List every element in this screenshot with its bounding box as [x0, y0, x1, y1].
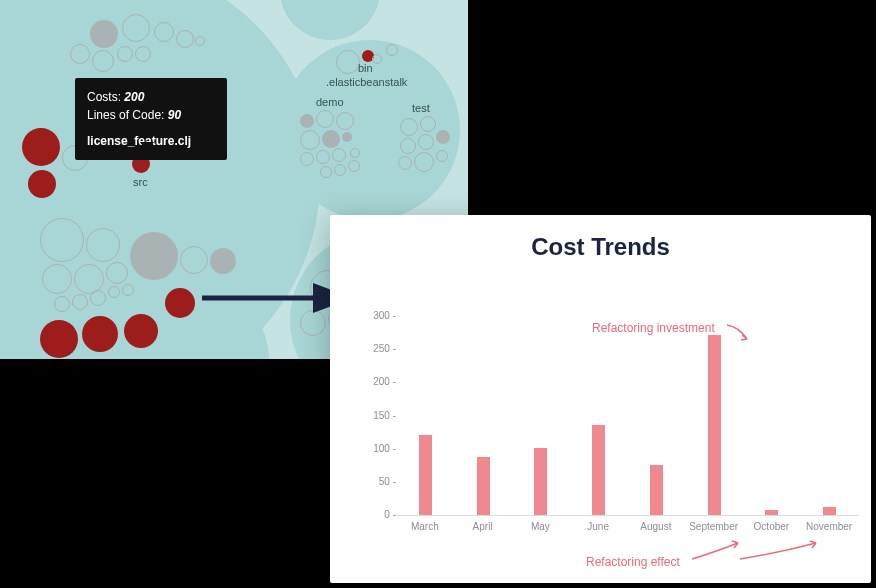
file-circle[interactable]	[414, 152, 434, 172]
file-circle[interactable]	[40, 218, 84, 262]
x-tick: April	[453, 521, 513, 532]
file-circle[interactable]	[108, 286, 120, 298]
file-circle[interactable]	[72, 294, 88, 310]
file-circle[interactable]	[300, 130, 320, 150]
file-circle[interactable]	[336, 112, 354, 130]
hotspot-file-circle[interactable]	[165, 288, 195, 318]
tooltip-loc-val: 90	[168, 108, 181, 122]
tooltip-costs-key: Costs:	[87, 90, 121, 104]
file-circle[interactable]	[106, 262, 128, 284]
x-tick: June	[568, 521, 628, 532]
file-circle[interactable]	[322, 130, 340, 148]
file-circle[interactable]	[300, 152, 314, 166]
file-circle[interactable]	[400, 138, 416, 154]
file-circle[interactable]	[334, 164, 346, 176]
y-tick: 100	[373, 443, 396, 454]
baseline	[396, 515, 858, 516]
annotation-effect: Refactoring effect	[586, 555, 680, 569]
y-tick: 300	[373, 310, 396, 321]
hotspot-file-circle[interactable]	[40, 320, 78, 358]
file-circle[interactable]	[42, 264, 72, 294]
cost-trends-card: Cost Trends Refactoring investment 0 50 …	[330, 215, 871, 583]
file-circle[interactable]	[122, 284, 134, 296]
x-tick: August	[626, 521, 686, 532]
folder-circle-bin[interactable]	[280, 0, 380, 40]
file-circle[interactable]	[90, 20, 118, 48]
file-circle[interactable]	[418, 134, 434, 150]
y-tick: 0	[384, 509, 396, 520]
bar[interactable]	[650, 465, 663, 515]
bar[interactable]	[592, 425, 605, 515]
file-circle[interactable]	[436, 150, 448, 162]
file-circle[interactable]	[316, 110, 334, 128]
tooltip-loc-key: Lines of Code:	[87, 108, 164, 122]
bar[interactable]	[534, 448, 547, 515]
file-circle[interactable]	[195, 36, 205, 46]
file-circle[interactable]	[320, 166, 332, 178]
x-tick: November	[799, 521, 859, 532]
file-circle[interactable]	[372, 54, 382, 64]
file-circle[interactable]	[86, 228, 120, 262]
file-circle[interactable]	[130, 232, 178, 280]
hotspot-file-circle[interactable]	[82, 316, 118, 352]
folder-label-bin: bin	[358, 62, 373, 74]
file-circle[interactable]	[400, 118, 418, 136]
file-circle[interactable]	[122, 14, 150, 42]
file-circle[interactable]	[154, 22, 174, 42]
bar-chart[interactable]: 0 50 100 150 200 250 300 MarchAprilMayJu…	[362, 315, 858, 543]
file-circle[interactable]	[117, 46, 133, 62]
hotspot-file-circle[interactable]	[124, 314, 158, 348]
file-circle[interactable]	[54, 296, 70, 312]
y-tick: 200	[373, 376, 396, 387]
y-tick: 150	[373, 410, 396, 421]
y-tick: 250	[373, 343, 396, 354]
tooltip-tail-icon	[140, 142, 154, 152]
chart-title: Cost Trends	[330, 233, 871, 261]
file-circle[interactable]	[135, 46, 151, 62]
file-circle[interactable]	[398, 156, 412, 170]
file-circle[interactable]	[316, 150, 330, 164]
bar[interactable]	[823, 507, 836, 515]
bar[interactable]	[708, 335, 721, 515]
tooltip-costs-val: 200	[124, 90, 144, 104]
file-circle[interactable]	[436, 130, 450, 144]
file-circle[interactable]	[348, 160, 360, 172]
bar[interactable]	[765, 510, 778, 515]
x-tick: March	[395, 521, 455, 532]
file-circle[interactable]	[336, 50, 360, 74]
x-tick: October	[741, 521, 801, 532]
folder-label-test: test	[412, 102, 430, 114]
hotspot-file-circle[interactable]	[22, 128, 60, 166]
file-circle[interactable]	[92, 50, 114, 72]
hotspot-file-circle[interactable]	[28, 170, 56, 198]
file-circle[interactable]	[332, 148, 346, 162]
y-tick: 50	[379, 476, 396, 487]
bar[interactable]	[477, 457, 490, 515]
file-circle[interactable]	[90, 290, 106, 306]
folder-label-src: src	[133, 176, 148, 188]
file-circle[interactable]	[180, 246, 208, 274]
file-circle[interactable]	[300, 310, 326, 336]
file-circle[interactable]	[176, 30, 194, 48]
folder-label-demo: demo	[316, 96, 344, 108]
file-circle[interactable]	[386, 44, 398, 56]
file-circle[interactable]	[342, 132, 352, 142]
y-axis: 0 50 100 150 200 250 300	[362, 315, 396, 515]
file-circle[interactable]	[350, 148, 360, 158]
folder-label-elasticbeanstalk: .elasticbeanstalk	[326, 76, 407, 88]
annotation-arrow-icon	[738, 539, 828, 563]
file-circle[interactable]	[420, 116, 436, 132]
file-circle[interactable]	[210, 248, 236, 274]
file-circle[interactable]	[300, 114, 314, 128]
bars	[396, 315, 858, 515]
bar[interactable]	[419, 435, 432, 515]
x-tick: September	[684, 521, 744, 532]
x-tick: May	[510, 521, 570, 532]
file-circle[interactable]	[70, 44, 90, 64]
